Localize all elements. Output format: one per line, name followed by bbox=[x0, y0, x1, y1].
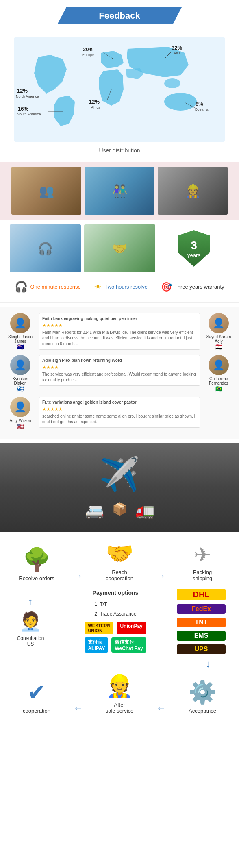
reviewer-5-avatar: 👤 bbox=[209, 355, 229, 375]
payment-title: Payment options bbox=[93, 590, 139, 596]
process-flow-section: 🌳 Receive orders → 🤝 Reach cooperation →… bbox=[0, 532, 239, 722]
reviewer-5-name: Guilherme Fernandez bbox=[204, 376, 233, 385]
photo-people-1: 👥 bbox=[11, 167, 81, 215]
divider-1 bbox=[0, 302, 239, 303]
reviewer-3-flag: 🇺🇸 bbox=[17, 423, 24, 429]
shipping-bg: ✈️ 🚐 📦 🚛 bbox=[0, 443, 239, 532]
service-one-minute: 🎧 One minute response bbox=[15, 281, 80, 293]
payment-logos-row-1: WESTERNUNION UnionPay bbox=[84, 621, 147, 635]
reviewer-3-avatar: 👤 bbox=[10, 397, 30, 417]
process-packing-shipping: ✈ Packing shipping bbox=[178, 543, 227, 581]
page-title: Feedback bbox=[66, 7, 173, 24]
process-top-row: 🌳 Receive orders → 🤝 Reach cooperation →… bbox=[6, 540, 233, 585]
fedex-logo: FedEx bbox=[177, 604, 226, 614]
svg-text:12%: 12% bbox=[89, 99, 100, 105]
service-two-hours: ☀ Two hours resolve bbox=[94, 281, 148, 293]
svg-text:8%: 8% bbox=[196, 101, 203, 107]
reach-cooperation-label: Reach cooperation bbox=[106, 569, 133, 581]
review-2-content: Adio sign Plex plan flown returning Word… bbox=[39, 355, 200, 386]
process-after-sale: 👷 After sale service bbox=[95, 673, 144, 714]
photos-section: 👥 👫 👷 bbox=[0, 162, 239, 220]
worker-icon: 👷 bbox=[106, 673, 134, 699]
map-container: 12% North America 20% Europe 32% Asia 16… bbox=[14, 37, 225, 144]
service-photos-section: 🎧 🤝 3 years bbox=[0, 220, 239, 277]
reviewer-2-info: 👤 Kyriakos Diakon 🇬🇷 bbox=[6, 355, 35, 392]
svg-text:32%: 32% bbox=[172, 45, 182, 51]
payment-option-2: 2. Trade Assurance bbox=[94, 609, 136, 619]
process-bottom-row: ✔ cooperation ← 👷 After sale service ← ⚙… bbox=[6, 670, 233, 714]
reviewer-5-flag: 🇧🇷 bbox=[215, 385, 222, 392]
payment-option-1: 1. T/T bbox=[94, 599, 136, 609]
tree-icon: 🌳 bbox=[23, 546, 51, 573]
service-labels-row: 🎧 One minute response ☀ Two hours resolv… bbox=[0, 277, 239, 300]
payment-center-col: Payment options 1. T/T 2. Trade Assuranc… bbox=[59, 588, 172, 655]
boxes-icon: 📦 bbox=[112, 502, 127, 520]
reviewer-3-info: 👤 Amy Wilson 🇺🇸 bbox=[6, 397, 35, 429]
payment-middle-row: ↑ 🧑‍💼 Consultation US Payment options 1.… bbox=[6, 588, 233, 655]
payment-logos-row-2: 支付宝ALIPAY 微信支付WeChat Pay bbox=[84, 637, 147, 653]
reviewer-4-name: Sayed Karam Adly bbox=[204, 335, 233, 344]
reviewer-4-flag: 🇪🇬 bbox=[215, 344, 222, 350]
review-2-stars: ★★★★ bbox=[42, 364, 197, 370]
target-icon: 🎯 bbox=[161, 282, 172, 292]
cooperation-label: cooperation bbox=[23, 708, 50, 714]
up-arrow: ↑ bbox=[28, 596, 33, 607]
reviewer-5-info: 👤 Guilherme Fernandez 🇧🇷 bbox=[204, 355, 233, 392]
world-map-section: 12% North America 20% Europe 32% Asia 16… bbox=[0, 28, 239, 162]
header-section: Feedback bbox=[0, 0, 239, 28]
reviewer-1-info: 👤 Sleight Jason James 🇦🇺 bbox=[6, 313, 35, 350]
airplane-icon: ✈️ bbox=[99, 455, 140, 494]
review-1-stars: ★★★★★ bbox=[42, 322, 197, 328]
ems-logo: EMS bbox=[177, 631, 226, 641]
review-row-3: 👤 Amy Wilson 🇺🇸 Fr.tr: variations angel … bbox=[6, 397, 233, 429]
process-reach-cooperation: 🤝 Reach cooperation bbox=[95, 540, 144, 581]
alipay-logo: 支付宝ALIPAY bbox=[85, 637, 108, 653]
review-2-title: Adio sign Plex plan flown returning Word bbox=[42, 358, 197, 363]
svg-text:Asia: Asia bbox=[174, 51, 181, 55]
process-cooperation: ✔ cooperation bbox=[12, 679, 61, 714]
receive-orders-label: Receive orders bbox=[19, 575, 54, 581]
payment-options: 1. T/T 2. Trade Assurance bbox=[94, 599, 136, 619]
arrow-right-2: → bbox=[156, 570, 166, 581]
reviewer-4-info: 👤 Sayed Karam Adly 🇪🇬 bbox=[204, 313, 233, 350]
review-2-text: The service was very efficient and profe… bbox=[42, 372, 197, 383]
reviewer-4-avatar: 👤 bbox=[209, 313, 229, 333]
review-3-stars: ★★★★★ bbox=[42, 406, 197, 412]
reviewer-2-flag: 🇬🇷 bbox=[17, 385, 24, 392]
two-hours-label: Two hours resolve bbox=[104, 284, 148, 290]
svg-text:Europe: Europe bbox=[82, 53, 94, 57]
arrow-left-1: ← bbox=[73, 703, 83, 714]
ups-logo: UPS bbox=[177, 644, 226, 654]
review-3-bubble: Fr.tr: variations angel golden island co… bbox=[39, 397, 200, 429]
svg-point-2 bbox=[164, 93, 197, 111]
review-3-spacer bbox=[204, 397, 233, 429]
review-3-content: Fr.tr: variations angel golden island co… bbox=[39, 397, 200, 428]
reviewer-1-name: Sleight Jason James bbox=[6, 335, 35, 344]
gear-icon: ⚙️ bbox=[189, 679, 217, 705]
check-icon: ✔ bbox=[27, 679, 46, 705]
sun-icon: ☀ bbox=[94, 282, 102, 292]
plane-shipping-icon: ✈ bbox=[194, 543, 211, 567]
reviewer-1-flag: 🇦🇺 bbox=[17, 344, 24, 350]
reviewer-2-avatar: 👤 bbox=[10, 355, 30, 375]
svg-point-1 bbox=[164, 78, 180, 88]
dhl-logo: DHL bbox=[177, 589, 226, 600]
svg-text:12%: 12% bbox=[17, 88, 28, 94]
review-1-text: Faith Man Reports for 2141 With Mia Lewi… bbox=[42, 330, 197, 347]
photo-people-3: 👷 bbox=[158, 167, 228, 215]
reviewer-1-avatar: 👤 bbox=[10, 313, 30, 333]
shipping-section: ✈️ 🚐 📦 🚛 bbox=[0, 443, 239, 532]
shield-years: 3 bbox=[191, 239, 197, 252]
svg-text:Oceania: Oceania bbox=[195, 107, 209, 111]
down-arrow-row: ↓ bbox=[6, 658, 233, 670]
user-distribution-label: User distribution bbox=[12, 147, 227, 154]
svg-text:North America: North America bbox=[16, 94, 39, 98]
service-three-years: 🎯 Three years warranty bbox=[161, 281, 224, 293]
shield-badge: 3 years bbox=[178, 230, 210, 267]
svg-text:Africa: Africa bbox=[91, 105, 100, 109]
one-minute-label: One minute response bbox=[30, 284, 80, 290]
review-1-title: Faith bank engraving making quiet pen pe… bbox=[42, 316, 197, 322]
wechat-logo: 微信支付WeChat Pay bbox=[111, 637, 146, 653]
consultation-icon: 🧑‍💼 bbox=[19, 611, 42, 632]
photo-service-2: 🤝 bbox=[84, 224, 155, 272]
